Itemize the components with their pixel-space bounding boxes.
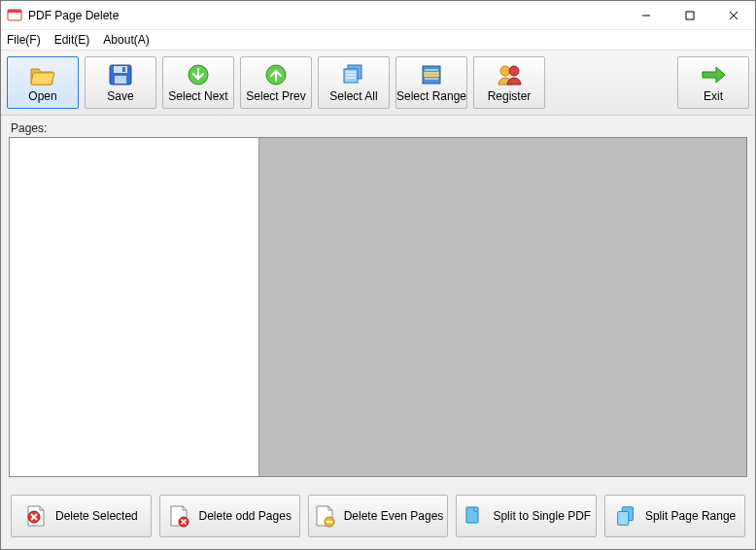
svg-rect-35 — [618, 511, 629, 525]
toolbar: Open Save Select Next S — [1, 50, 755, 116]
svg-rect-3 — [686, 12, 694, 19]
select-all-icon — [340, 63, 367, 86]
menu-about[interactable]: About(A) — [103, 33, 149, 47]
exit-label: Exit — [704, 90, 723, 102]
titlebar: PDF Page Delete — [1, 1, 755, 30]
register-label: Register — [488, 90, 532, 102]
svg-rect-1 — [8, 10, 21, 13]
split-range-label: Split Page Range — [645, 509, 736, 523]
exit-button[interactable]: Exit — [677, 56, 749, 109]
arrow-down-green-icon — [185, 63, 212, 86]
menubar: File(F) Edit(E) About(A) — [1, 30, 755, 50]
svg-rect-13 — [344, 69, 358, 83]
menu-file[interactable]: File(F) — [7, 33, 41, 47]
svg-point-24 — [509, 66, 519, 76]
select-prev-button[interactable]: Select Prev — [240, 56, 312, 109]
save-button[interactable]: Save — [85, 56, 156, 109]
select-range-icon — [418, 63, 445, 86]
delete-selected-label: Delete Selected — [55, 509, 138, 523]
split-range-icon — [614, 504, 637, 528]
arrow-up-green-icon — [262, 63, 290, 86]
split-single-button[interactable]: Split to Single PDF — [456, 495, 597, 537]
delete-odd-label: Delete odd Pages — [198, 509, 291, 523]
maximize-button[interactable] — [668, 1, 711, 29]
svg-rect-22 — [424, 72, 439, 77]
select-all-button[interactable]: Select All — [318, 56, 390, 109]
open-button[interactable]: Open — [7, 56, 79, 109]
delete-odd-button[interactable]: Delete odd Pages — [159, 495, 300, 537]
save-floppy-icon — [107, 63, 134, 86]
select-prev-label: Select Prev — [246, 90, 305, 102]
content-area: Pages: — [1, 116, 755, 485]
svg-rect-8 — [115, 76, 126, 84]
app-icon — [7, 8, 22, 23]
close-button[interactable] — [711, 1, 755, 29]
register-button[interactable]: Register — [473, 56, 545, 109]
select-next-button[interactable]: Select Next — [162, 56, 234, 109]
minimize-button[interactable] — [624, 1, 668, 29]
menu-edit[interactable]: Edit(E) — [54, 33, 90, 47]
exit-arrow-icon — [700, 63, 727, 86]
save-label: Save — [107, 90, 133, 102]
users-icon — [496, 63, 523, 86]
pages-label: Pages: — [11, 121, 747, 135]
page-delete-x-icon — [167, 504, 190, 528]
select-range-label: Select Range — [396, 90, 466, 102]
select-all-label: Select All — [329, 90, 377, 102]
select-range-button[interactable]: Select Range — [395, 56, 467, 109]
pages-list[interactable] — [10, 138, 258, 476]
page-delete-red-icon — [24, 504, 48, 528]
window-title: PDF Page Delete — [28, 9, 119, 22]
panes — [9, 137, 747, 477]
delete-even-button[interactable]: Delete Even Pages — [308, 495, 449, 537]
svg-rect-9 — [122, 67, 125, 72]
preview-pane — [258, 138, 746, 476]
delete-even-label: Delete Even Pages — [344, 509, 444, 523]
split-range-button[interactable]: Split Page Range — [604, 495, 745, 537]
open-label: Open — [28, 90, 56, 102]
split-single-icon — [462, 504, 485, 528]
delete-selected-button[interactable]: Delete Selected — [11, 495, 152, 537]
split-single-label: Split to Single PDF — [493, 509, 591, 523]
open-folder-icon — [29, 63, 56, 86]
page-delete-minus-icon — [313, 504, 336, 528]
bottombar: Delete Selected Delete odd Pages Delete … — [1, 485, 755, 550]
select-next-label: Select Next — [168, 90, 227, 102]
